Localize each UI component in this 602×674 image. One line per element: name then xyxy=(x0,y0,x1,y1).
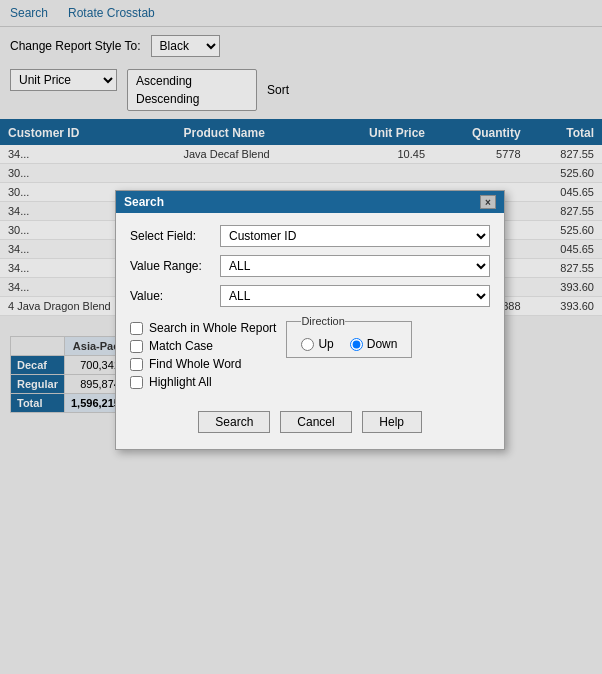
dialog-body: Select Field: Customer ID Product Name U… xyxy=(116,213,504,449)
whole-report-checkbox[interactable] xyxy=(130,322,143,335)
value-range-row: Value Range: ALL xyxy=(130,255,490,277)
checkbox-whole-report-row: Search in Whole Report xyxy=(130,321,276,335)
value-row: Value: ALL xyxy=(130,285,490,307)
dialog-buttons: Search Cancel Help xyxy=(130,405,490,437)
find-whole-word-label: Find Whole Word xyxy=(149,357,241,371)
value-range-select[interactable]: ALL xyxy=(220,255,490,277)
value-select[interactable]: ALL xyxy=(220,285,490,307)
highlight-all-checkbox[interactable] xyxy=(130,376,143,389)
checkbox-section: Search in Whole Report Match Case Find W… xyxy=(130,321,276,389)
dialog-title: Search xyxy=(124,195,164,209)
direction-down-label: Down xyxy=(367,337,398,351)
dialog-titlebar: Search × xyxy=(116,191,504,213)
search-button[interactable]: Search xyxy=(198,411,270,433)
direction-up-radio[interactable] xyxy=(301,338,314,351)
match-case-checkbox[interactable] xyxy=(130,340,143,353)
value-range-label: Value Range: xyxy=(130,259,220,273)
direction-up-option: Up xyxy=(301,337,333,351)
whole-report-label: Search in Whole Report xyxy=(149,321,276,335)
value-label: Value: xyxy=(130,289,220,303)
direction-options: Up Down xyxy=(301,337,397,351)
direction-down-radio[interactable] xyxy=(350,338,363,351)
checkbox-highlight-all-row: Highlight All xyxy=(130,375,276,389)
help-button[interactable]: Help xyxy=(362,411,422,433)
direction-up-label: Up xyxy=(318,337,333,351)
close-icon[interactable]: × xyxy=(480,195,496,209)
find-whole-word-checkbox[interactable] xyxy=(130,358,143,371)
lower-section: Search in Whole Report Match Case Find W… xyxy=(130,315,490,395)
direction-group: Direction Up Down xyxy=(286,315,412,358)
search-dialog: Search × Select Field: Customer ID Produ… xyxy=(115,190,505,450)
highlight-all-label: Highlight All xyxy=(149,375,212,389)
select-field-row: Select Field: Customer ID Product Name U… xyxy=(130,225,490,247)
match-case-label: Match Case xyxy=(149,339,213,353)
cancel-button[interactable]: Cancel xyxy=(280,411,351,433)
select-field-select[interactable]: Customer ID Product Name Unit Price Quan… xyxy=(220,225,490,247)
direction-legend: Direction xyxy=(301,315,344,327)
checkbox-find-whole-word-row: Find Whole Word xyxy=(130,357,276,371)
direction-down-option: Down xyxy=(350,337,398,351)
select-field-label: Select Field: xyxy=(130,229,220,243)
checkbox-match-case-row: Match Case xyxy=(130,339,276,353)
